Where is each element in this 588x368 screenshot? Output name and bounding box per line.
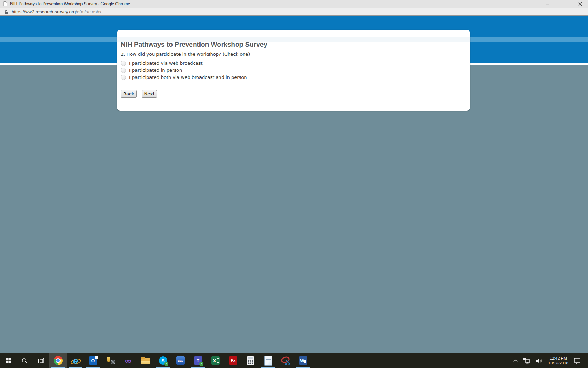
taskbar-item-skype[interactable]: S✓ <box>154 353 172 368</box>
survey-option[interactable]: I participated via web broadcast <box>121 60 463 67</box>
taskbar-apps: eO∞S✓sasT✓XFzW <box>49 353 312 368</box>
taskbar-item-visual-studio[interactable]: ∞ <box>119 353 137 368</box>
taskbar-item-internet-explorer[interactable]: e <box>67 353 84 368</box>
system-tray: 12:42 PM 10/12/2018 <box>511 353 588 368</box>
radio-button-icon[interactable] <box>121 61 126 66</box>
options-list: I participated via web broadcast I parti… <box>121 60 463 81</box>
taskbar-item-sas[interactable]: sas <box>172 353 189 368</box>
taskbar-item-file-explorer[interactable] <box>137 353 154 368</box>
taskbar-item-teams[interactable]: T✓ <box>189 353 207 368</box>
outlook-icon: O <box>89 356 97 365</box>
network-button[interactable] <box>520 353 533 368</box>
volume-button[interactable] <box>533 353 545 368</box>
excel-icon: X <box>211 356 220 365</box>
teams-icon: T✓ <box>194 356 202 365</box>
snipping-tool-icon <box>281 356 290 365</box>
tray-date: 10/12/2018 <box>548 361 568 366</box>
back-button[interactable]: Back <box>121 90 137 98</box>
filezilla-icon: Fz <box>229 356 237 365</box>
sas-icon: sas <box>176 356 185 365</box>
survey-card: NIH Pathways to Prevention Workshop Surv… <box>117 30 470 111</box>
start-button[interactable] <box>0 353 16 368</box>
window-title: NIH Pathways to Prevention Workshop Surv… <box>10 1 130 6</box>
ssms-icon <box>106 356 115 365</box>
taskbar-clock[interactable]: 12:42 PM 10/12/2018 <box>545 353 571 368</box>
restore-button[interactable] <box>556 0 572 8</box>
notepad-icon <box>264 356 272 366</box>
radio-button-icon[interactable] <box>121 75 126 80</box>
task-view-button[interactable] <box>33 353 49 368</box>
internet-explorer-icon: e <box>71 356 80 366</box>
window-controls <box>540 0 588 8</box>
option-label[interactable]: I participated both via web broadcast an… <box>129 75 247 80</box>
taskbar-item-notepad[interactable] <box>259 353 277 368</box>
taskbar-item-word[interactable]: W <box>294 353 312 368</box>
address-bar[interactable]: https://ww2.research-survey.org/efm/se.a… <box>0 8 588 16</box>
option-label[interactable]: I participated via web broadcast <box>129 61 203 66</box>
tray-chevron-button[interactable] <box>511 353 520 368</box>
radio-button-icon[interactable] <box>121 68 126 73</box>
taskbar-item-filezilla[interactable]: Fz <box>224 353 242 368</box>
url-secure-part: https://ww2.research-survey.org <box>12 9 76 14</box>
option-label[interactable]: I participated in person <box>129 68 182 73</box>
taskbar-item-outlook[interactable]: O <box>84 353 102 368</box>
survey-question: 2. How did you participate in the worksh… <box>121 52 463 57</box>
skype-icon: S✓ <box>159 356 167 365</box>
window-titlebar[interactable]: NIH Pathways to Prevention Workshop Surv… <box>0 0 588 8</box>
file-explorer-icon <box>141 358 150 364</box>
word-icon: W <box>299 356 307 365</box>
survey-title: NIH Pathways to Prevention Workshop Surv… <box>121 40 463 48</box>
taskbar-item-calculator[interactable] <box>242 353 259 368</box>
taskbar-item-ssms[interactable] <box>102 353 119 368</box>
lock-icon[interactable] <box>4 9 8 14</box>
survey-content: NIH Pathways to Prevention Workshop Surv… <box>117 30 470 98</box>
screen: NIH Pathways to Prevention Workshop Surv… <box>0 0 588 368</box>
taskbar-item-excel[interactable]: X <box>207 353 224 368</box>
calculator-icon <box>247 356 254 365</box>
url-text: https://ww2.research-survey.org/efm/se.a… <box>12 9 102 14</box>
chrome-icon <box>54 356 63 365</box>
taskbar-search-button[interactable] <box>16 353 33 368</box>
webpage: NIH Pathways to Prevention Workshop Surv… <box>0 16 588 353</box>
url-path-part: /efm/se.ashx <box>76 9 102 14</box>
survey-option[interactable]: I participated in person <box>121 67 463 74</box>
survey-option[interactable]: I participated both via web broadcast an… <box>121 74 463 81</box>
taskbar: eO∞S✓sasT✓XFzW 12:42 PM 10/12/2018 <box>0 353 588 368</box>
action-center-button[interactable] <box>571 353 583 368</box>
next-button[interactable]: Next <box>142 90 157 98</box>
survey-buttons: Back Next <box>121 90 463 98</box>
page-document-icon <box>4 1 7 6</box>
taskbar-item-snipping-tool[interactable] <box>277 353 294 368</box>
minimize-button[interactable] <box>540 0 556 8</box>
close-button[interactable] <box>572 0 588 8</box>
visual-studio-icon: ∞ <box>125 356 131 365</box>
taskbar-item-chrome[interactable] <box>49 353 67 368</box>
tray-time: 12:42 PM <box>550 356 567 361</box>
